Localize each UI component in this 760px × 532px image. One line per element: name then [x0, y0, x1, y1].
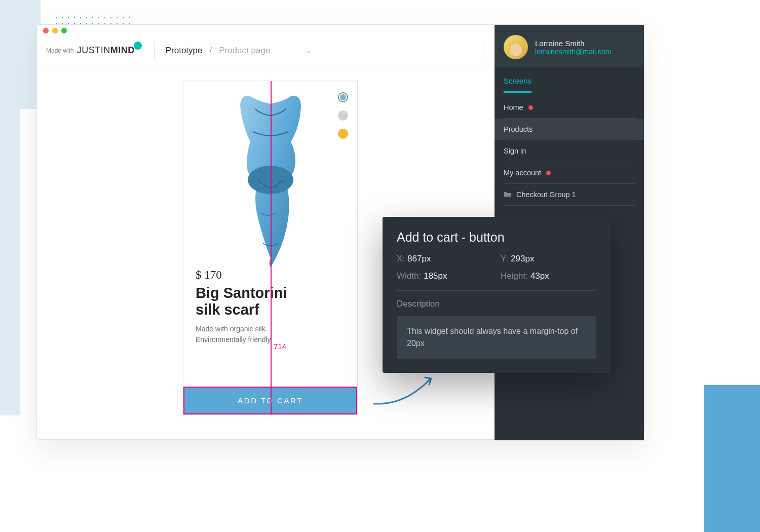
user-email: lorrainesmith@mail.com [535, 48, 611, 56]
divider [484, 42, 484, 60]
status-dot-icon [528, 105, 533, 110]
close-icon[interactable] [43, 28, 49, 33]
screens-list: Home Products Sign in My account Chec [495, 93, 644, 210]
divider [154, 42, 155, 60]
breadcrumb-current: Product page [219, 46, 270, 56]
description-label: Description [397, 299, 596, 309]
tab-screens[interactable]: Screens [504, 77, 531, 93]
logo-dot-icon [134, 42, 142, 50]
user-name: Lorraine Smith [535, 39, 611, 48]
sidebar-item-signin[interactable]: Sign in [495, 140, 644, 162]
breadcrumb-root[interactable]: Prototype [166, 46, 203, 56]
maximize-icon[interactable] [61, 28, 67, 33]
panel-title: Add to cart - button [397, 230, 596, 245]
bg-decoration [0, 101, 20, 415]
properties-grid: X:867px Y:293px Width:185px Height:43px [397, 254, 596, 281]
sidebar-item-products[interactable]: Products [495, 119, 644, 140]
bg-decoration [704, 385, 760, 532]
prop-x: X:867px [397, 254, 492, 264]
swatch-yellow[interactable] [338, 129, 348, 139]
swatch-blue[interactable] [338, 92, 348, 102]
breadcrumb: Prototype / Product page [166, 46, 271, 56]
status-dot-icon [546, 171, 551, 175]
sidebar-item-checkout-group[interactable]: Checkout Group 1 [495, 184, 644, 205]
avatar [504, 35, 528, 59]
ruler-guide [271, 81, 272, 414]
color-swatches [338, 92, 348, 139]
description-input[interactable]: This widget should always have a margin-… [397, 316, 596, 359]
properties-panel: Add to cart - button X:867px Y:293px Wid… [383, 217, 611, 373]
minimize-icon[interactable] [52, 28, 58, 33]
sidebar-tabs: Screens [495, 67, 644, 93]
prop-width: Width:185px [397, 271, 492, 281]
chevron-down-icon[interactable]: ⌄ [306, 47, 311, 54]
prop-height: Height:43px [501, 271, 596, 281]
ruler-measurement: 714 [274, 342, 286, 351]
prop-y: Y:293px [501, 254, 596, 264]
made-with-label: Made with [46, 47, 74, 54]
folder-icon [504, 191, 511, 199]
mobile-mockup: $ 170 Big Santorini silk scarf Made with… [183, 81, 358, 415]
swatch-gray[interactable] [338, 110, 348, 121]
arrow-icon [371, 373, 437, 411]
logo: JUSTINMIND [77, 45, 135, 56]
sidebar-item-account[interactable]: My account [495, 162, 644, 183]
bg-decoration [0, 0, 41, 109]
sidebar-item-home[interactable]: Home [495, 97, 644, 118]
user-profile[interactable]: Lorraine Smith lorrainesmith@mail.com [495, 25, 644, 67]
